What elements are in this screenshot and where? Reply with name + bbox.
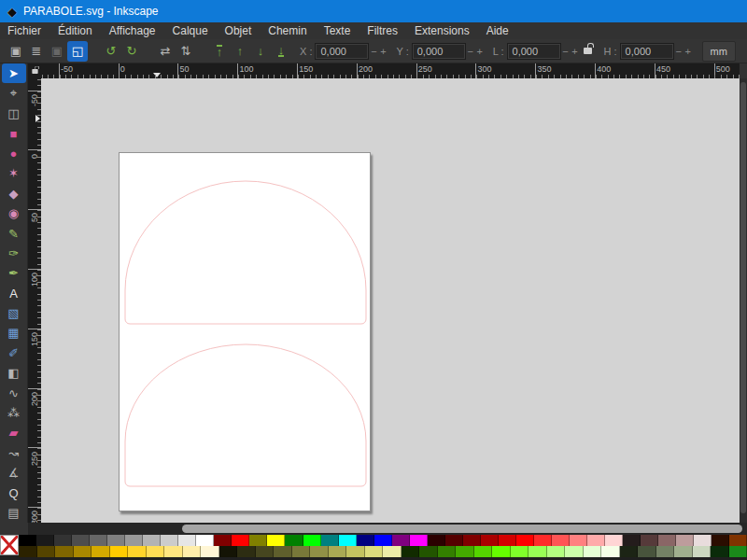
color-swatch[interactable] [445, 535, 463, 546]
color-swatch[interactable] [456, 546, 474, 557]
color-swatch[interactable] [676, 535, 694, 546]
tweak-tool[interactable]: ∿ [2, 384, 26, 403]
color-swatch[interactable] [694, 535, 712, 546]
canvas[interactable] [41, 78, 740, 523]
color-swatch[interactable] [90, 535, 107, 546]
select-all-button[interactable]: ▣ [6, 41, 26, 62]
color-swatch[interactable] [481, 535, 499, 546]
pencil-tool[interactable]: ✎ [2, 224, 26, 244]
color-swatch[interactable] [729, 546, 747, 557]
color-swatch[interactable] [623, 535, 641, 546]
rotate-ccw-button[interactable]: ↺ [101, 41, 121, 62]
horizontal-scrollbar-thumb[interactable] [182, 525, 742, 533]
raise-button[interactable]: ↑ [230, 41, 250, 62]
color-swatch[interactable] [19, 546, 37, 557]
text-tool[interactable]: A [2, 284, 26, 303]
selection-box-toggle[interactable]: ◱ [67, 41, 88, 62]
eraser-tool[interactable]: ▰ [2, 423, 26, 442]
spiral-tool[interactable]: ◉ [2, 203, 26, 223]
color-swatch[interactable] [128, 546, 147, 557]
color-swatch[interactable] [274, 546, 292, 557]
color-swatch[interactable] [183, 546, 202, 557]
color-swatch[interactable] [658, 535, 676, 546]
x-field[interactable]: 0,000 [315, 43, 369, 60]
color-swatch[interactable] [232, 535, 249, 546]
height-decrement-button[interactable]: − [674, 46, 684, 57]
units-selector[interactable]: mm [702, 41, 736, 62]
node-tool[interactable]: ⌖ [2, 84, 26, 104]
color-swatch[interactable] [72, 535, 90, 546]
color-swatch[interactable] [249, 535, 267, 546]
color-swatch[interactable] [605, 535, 623, 546]
color-swatch[interactable] [74, 546, 92, 557]
color-swatch[interactable] [638, 546, 656, 557]
page[interactable] [119, 152, 371, 511]
color-swatch[interactable] [711, 546, 729, 557]
dome-path-lower[interactable] [125, 344, 366, 486]
lock-ratio-icon[interactable] [584, 48, 592, 54]
color-swatch[interactable] [410, 535, 428, 546]
color-swatch[interactable] [438, 546, 457, 557]
vertical-scrollbar[interactable] [740, 78, 747, 523]
color-swatch[interactable] [674, 546, 693, 557]
gradient-tool[interactable]: ▧ [2, 303, 26, 323]
color-swatch[interactable] [584, 546, 602, 557]
pages-tool[interactable]: ▤ [2, 503, 26, 523]
color-swatch[interactable] [92, 546, 110, 557]
menu-item-calque[interactable]: Calque [164, 22, 217, 39]
paint-bucket-tool[interactable]: ◧ [2, 363, 26, 383]
color-swatch[interactable] [601, 546, 620, 557]
color-swatch[interactable] [392, 535, 410, 546]
color-swatch[interactable] [125, 535, 143, 546]
color-swatch[interactable] [474, 546, 493, 557]
color-swatch[interactable] [37, 546, 56, 557]
select-all-layers-button[interactable]: ≣ [26, 41, 47, 62]
color-swatch[interactable] [19, 535, 36, 546]
calligraphy-tool[interactable]: ✒ [2, 263, 26, 283]
color-swatch[interactable] [712, 535, 729, 546]
color-swatch[interactable] [285, 535, 303, 546]
menu-item-aide[interactable]: Aide [478, 22, 517, 39]
rectangle-tool[interactable]: ■ [2, 124, 26, 144]
color-swatch[interactable] [656, 546, 675, 557]
color-swatch[interactable] [428, 535, 445, 546]
dome-path-upper[interactable] [125, 181, 366, 324]
measure-tool[interactable]: ∡ [2, 463, 26, 483]
color-swatch[interactable] [529, 546, 547, 557]
vertical-scrollbar-thumb[interactable] [740, 82, 746, 513]
box-3d-tool[interactable]: ◆ [2, 184, 26, 203]
height-field[interactable]: 0,000 [620, 43, 674, 60]
color-swatch[interactable] [565, 546, 584, 557]
color-swatch[interactable] [237, 546, 256, 557]
raise-to-top-button[interactable]: ↑ [209, 41, 230, 62]
menu-item-objet[interactable]: Objet [217, 22, 261, 39]
menu-item-edition[interactable]: Édition [49, 22, 101, 39]
star-tool[interactable]: ✶ [2, 163, 26, 183]
color-swatch[interactable] [339, 535, 357, 546]
width-increment-button[interactable]: + [571, 46, 580, 57]
deselect-button[interactable]: ▣ [47, 41, 67, 62]
dropper-tool[interactable]: ✐ [2, 343, 26, 363]
width-field[interactable]: 0,000 [507, 43, 561, 60]
spray-tool[interactable]: ⁂ [2, 403, 26, 423]
height-increment-button[interactable]: + [684, 46, 693, 57]
color-swatch[interactable] [419, 546, 438, 557]
color-swatch[interactable] [161, 535, 178, 546]
lower-button[interactable]: ↓ [250, 41, 271, 62]
color-swatch[interactable] [492, 546, 511, 557]
color-swatch[interactable] [547, 546, 566, 557]
color-swatch[interactable] [357, 535, 374, 546]
color-swatch[interactable] [641, 535, 658, 546]
menu-item-extensions[interactable]: Extensions [406, 22, 478, 39]
color-swatch[interactable] [256, 546, 275, 557]
flip-vertical-button[interactable]: ⇅ [176, 41, 196, 62]
color-swatch[interactable] [267, 535, 285, 546]
mesh-gradient-tool[interactable]: ▦ [2, 323, 26, 343]
shape-builder-tool[interactable]: ◫ [2, 104, 26, 123]
color-swatch[interactable] [303, 535, 321, 546]
color-swatch[interactable] [365, 546, 384, 557]
color-swatch[interactable] [292, 546, 311, 557]
y-field[interactable]: 0,000 [412, 43, 466, 60]
color-swatch[interactable] [346, 546, 365, 557]
color-swatch[interactable] [54, 535, 72, 546]
